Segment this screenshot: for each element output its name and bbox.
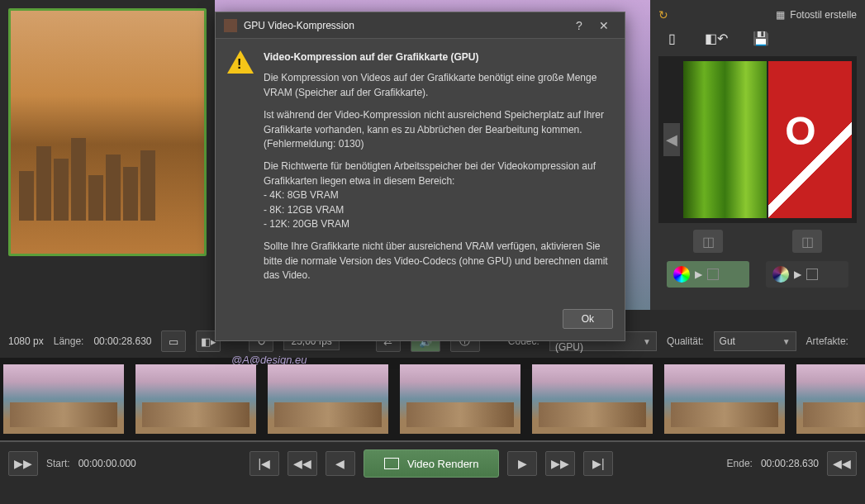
refresh-icon[interactable]: ↻	[658, 8, 668, 21]
ok-button[interactable]: Ok	[563, 309, 613, 329]
save-icon[interactable]: 💾	[751, 28, 771, 48]
rewind-end-button[interactable]: ◀◀	[827, 451, 857, 476]
end-label: Ende:	[727, 458, 753, 469]
step-forward-button[interactable]: ▶	[507, 451, 537, 476]
left-preview-panel	[0, 0, 215, 310]
square-icon	[707, 269, 719, 280]
film-frame[interactable]	[400, 364, 520, 434]
dialog-heading: Video-Kompression auf der Grafikkarte (G…	[264, 50, 610, 64]
color-wheel-icon	[772, 266, 789, 283]
chevron-down-icon: ▼	[782, 337, 791, 346]
arrow-right-icon: ▶	[794, 269, 801, 280]
film-frame[interactable]	[3, 364, 124, 434]
film-frame[interactable]	[135, 364, 256, 434]
film-frame[interactable]	[532, 364, 653, 434]
color-control-left[interactable]: ▶	[667, 261, 749, 288]
start-label: Start:	[46, 458, 70, 469]
render-video-button[interactable]: Video Rendern	[364, 449, 500, 478]
style-thumb-stop[interactable]	[768, 61, 852, 218]
warning-icon	[227, 50, 254, 77]
color-control-right[interactable]: ▶	[766, 261, 848, 288]
right-style-panel: ↻ ▦ Fotostil erstelle ▯ ◧↶ 💾 ◀ ◫ ◫ ▶	[650, 0, 865, 310]
end-time: 00:00:28.630	[761, 458, 819, 469]
chevron-down-icon: ▼	[643, 337, 651, 346]
preview-frame[interactable]	[8, 8, 207, 256]
film-frame[interactable]	[664, 364, 785, 434]
film-frame[interactable]	[268, 364, 388, 434]
gpu-compression-dialog: GPU Video-Kompression ? ✕ Video-Kompress…	[215, 12, 625, 341]
fast-forward-button[interactable]: ▶▶	[545, 451, 575, 476]
film-frame[interactable]	[796, 364, 865, 434]
cube-button-2[interactable]: ◫	[792, 230, 822, 253]
plus-icon: ▦	[776, 9, 785, 21]
step-back-button[interactable]: ◀	[326, 451, 355, 476]
go-to-start-button[interactable]: |◀	[250, 451, 279, 476]
dialog-text: Video-Kompression auf der Grafikkarte (G…	[264, 50, 610, 291]
dialog-titlebar[interactable]: GPU Video-Kompression ? ✕	[216, 12, 625, 39]
quality-label: Qualität:	[667, 335, 704, 347]
quality-dropdown[interactable]: Gut▼	[714, 331, 796, 351]
square-icon	[806, 269, 818, 280]
go-to-end-button[interactable]: ▶|	[583, 451, 613, 476]
dialog-close-button[interactable]: ✕	[592, 19, 616, 32]
start-time: 00:00:00.000	[78, 458, 136, 469]
play-forward-button[interactable]: ▶▶	[8, 451, 38, 476]
style-thumb-grass[interactable]	[683, 61, 767, 218]
filmstrip[interactable]	[0, 358, 865, 440]
create-photostyle-button[interactable]: ▦ Fotostil erstelle	[776, 9, 857, 21]
create-photostyle-label: Fotostil erstelle	[790, 9, 857, 21]
undo-icon[interactable]: ◧↶	[706, 28, 726, 48]
film-icon	[384, 458, 399, 469]
cube-button-1[interactable]: ◫	[693, 230, 723, 253]
playback-bar: ▶▶ Start: 00:00:00.000 |◀ ◀◀ ◀ Video Ren…	[0, 442, 865, 485]
page-icon[interactable]: ▯	[662, 28, 682, 48]
rewind-button[interactable]: ◀◀	[288, 451, 317, 476]
prev-style-arrow[interactable]: ◀	[663, 123, 680, 156]
arrow-right-icon: ▶	[695, 269, 702, 280]
aspect-button-1[interactable]: ▭	[161, 330, 186, 352]
app-icon	[224, 19, 237, 32]
length-value: 00:00:28.630	[93, 335, 151, 347]
resolution-label: 1080 px	[8, 335, 44, 347]
artefakte-label: Artefakte:	[806, 335, 848, 347]
color-wheel-icon	[673, 266, 690, 283]
dialog-help-button[interactable]: ?	[567, 19, 592, 32]
preview-image	[11, 11, 204, 254]
dialog-title: GPU Video-Kompression	[244, 20, 567, 31]
length-label: Länge:	[54, 335, 84, 347]
